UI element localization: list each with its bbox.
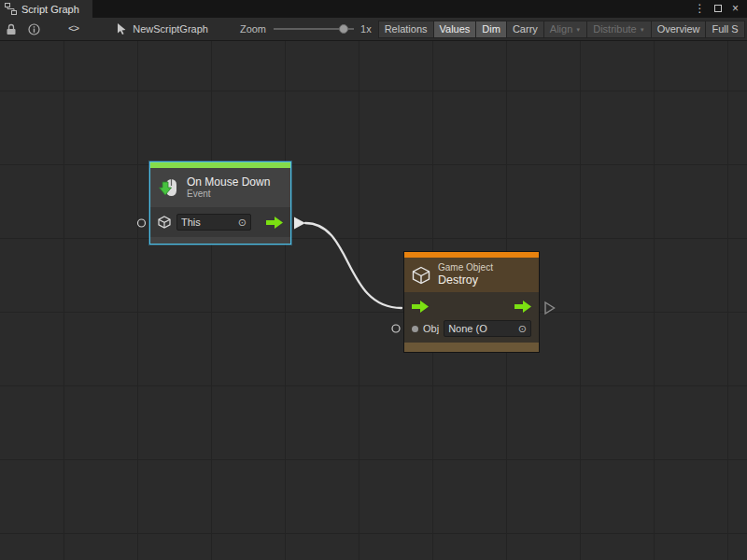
destroy-obj-row: Obj None (O ⊙ (412, 320, 531, 337)
toolbar: <> NewScriptGraph Zoom 1x Relations Valu… (0, 18, 747, 41)
destroy-node-titles: Game Object Destroy (438, 262, 493, 287)
distribute-button[interactable]: Distribute ▼ (586, 21, 651, 38)
destroy-node-title: Destroy (438, 273, 493, 287)
event-node-body: This ⊙ (150, 207, 290, 237)
relations-button[interactable]: Relations (378, 21, 434, 38)
node-destroy[interactable]: Game Object Destroy (403, 251, 540, 353)
event-node-subtitle: Event (187, 189, 270, 200)
event-output-port[interactable] (266, 217, 283, 229)
align-label: Align (550, 23, 572, 35)
obj-object-field[interactable]: None (O ⊙ (444, 320, 531, 337)
graph-selector[interactable]: NewScriptGraph (116, 22, 208, 35)
tab-script-graph[interactable]: Script Graph (0, 0, 92, 18)
node-on-mouse-down[interactable]: On Mouse Down Event This ⊙ (149, 161, 291, 245)
destroy-output-hint-icon[interactable] (545, 302, 555, 314)
window-controls: ⋮ × (692, 0, 747, 18)
toolbar-buttons: Relations Values Dim Carry Align ▼ Distr… (379, 21, 745, 38)
destroy-node-body: Obj None (O ⊙ (404, 292, 539, 343)
destroy-node-header[interactable]: Game Object Destroy (404, 258, 539, 292)
close-icon[interactable]: × (727, 0, 743, 18)
target-dropdown[interactable]: This ⊙ (176, 214, 251, 231)
event-node-title: On Mouse Down (187, 175, 270, 189)
script-graph-window: Script Graph ⋮ × <> NewS (0, 0, 747, 560)
connection-arrowhead (294, 217, 305, 230)
graph-canvas[interactable]: On Mouse Down Event This ⊙ (0, 41, 747, 560)
event-input-port[interactable] (138, 219, 146, 227)
destroy-node-footer (404, 343, 539, 352)
flow-connection[interactable] (305, 223, 402, 308)
game-object-cube-icon (412, 266, 430, 285)
chevron-down-icon: ▼ (640, 27, 645, 33)
event-node-header[interactable]: On Mouse Down Event (150, 168, 290, 207)
maximize-icon[interactable] (710, 0, 726, 18)
zoom-label: Zoom (240, 23, 266, 35)
chevron-down-icon: ▼ (575, 27, 581, 33)
zoom-slider[interactable] (274, 23, 354, 35)
graph-name: NewScriptGraph (133, 23, 208, 35)
event-node-footer (150, 237, 290, 244)
destroy-obj-port[interactable] (392, 325, 400, 332)
code-icon[interactable]: <> (68, 23, 78, 35)
destroy-input-port[interactable] (412, 300, 429, 316)
distribute-label: Distribute (593, 23, 636, 35)
mouse-down-icon (158, 176, 180, 199)
carry-button[interactable]: Carry (506, 21, 544, 38)
script-graph-icon (5, 3, 17, 15)
kebab-menu-icon[interactable]: ⋮ (692, 0, 708, 18)
dim-button[interactable]: Dim (475, 21, 507, 38)
titlebar: Script Graph ⋮ × (0, 0, 747, 18)
connections-layer (0, 41, 747, 560)
destroy-node-category: Game Object (438, 262, 493, 273)
fullscreen-button[interactable]: Full S (705, 21, 744, 38)
obj-field-value: None (O (448, 323, 487, 334)
object-picker-icon[interactable]: ⊙ (518, 323, 527, 335)
values-button[interactable]: Values (433, 21, 477, 38)
overview-button[interactable]: Overview (651, 21, 707, 38)
destroy-flow-row (412, 300, 531, 316)
cube-icon (158, 216, 171, 229)
event-node-titles: On Mouse Down Event (187, 175, 270, 200)
info-icon[interactable] (28, 23, 40, 35)
tab-title: Script Graph (21, 4, 79, 15)
align-button[interactable]: Align ▼ (543, 21, 587, 38)
obj-param-label: Obj (423, 323, 439, 334)
lock-icon[interactable] (6, 23, 17, 35)
destroy-output-port[interactable] (514, 300, 531, 316)
zoom-value: 1x (360, 23, 372, 35)
target-value: This (181, 217, 201, 228)
value-port-dot[interactable] (412, 326, 418, 332)
cursor-icon (116, 22, 128, 35)
zoom-slider-knob[interactable] (339, 24, 348, 34)
object-picker-icon[interactable]: ⊙ (238, 217, 247, 229)
